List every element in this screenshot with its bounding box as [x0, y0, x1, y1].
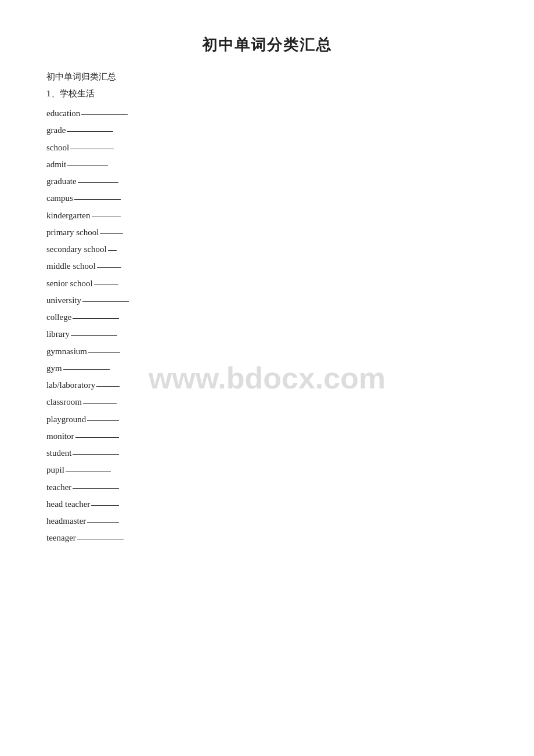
word-blank [67, 131, 113, 132]
word-blank [73, 454, 119, 455]
word-blank [97, 267, 121, 268]
word-text: teenager [46, 530, 76, 546]
word-blank [73, 488, 119, 489]
word-blank [83, 403, 117, 404]
list-item: education [46, 105, 488, 122]
list-item: playground [46, 411, 488, 428]
word-text: education [46, 105, 80, 122]
word-text: student [46, 445, 71, 462]
word-blank [67, 165, 108, 166]
list-item: university [46, 292, 488, 309]
word-text: classroom [46, 394, 82, 411]
word-blank [94, 285, 118, 285]
word-blank [91, 505, 119, 506]
list-item: student [46, 445, 488, 462]
word-blank [70, 149, 114, 149]
word-text: monitor [46, 428, 74, 445]
word-text: campus [46, 190, 73, 207]
word-blank [88, 352, 120, 353]
list-item: lab/laboratory [46, 377, 488, 394]
word-blank [63, 369, 110, 370]
word-blank [77, 539, 124, 539]
list-item: school [46, 139, 488, 156]
word-text: gymnasium [46, 343, 87, 360]
word-text: gym [46, 360, 62, 377]
list-item: secondary school [46, 241, 488, 258]
list-item: library [46, 326, 488, 343]
word-blank [100, 233, 123, 234]
word-text: grade [46, 122, 66, 139]
list-item: grade [46, 122, 488, 139]
word-text: admit [46, 156, 66, 173]
word-blank [82, 301, 129, 302]
word-text: graduate [46, 173, 77, 190]
list-item: head teacher [46, 496, 488, 513]
word-blank [92, 217, 121, 217]
list-item: graduate [46, 173, 488, 190]
word-text: senior school [46, 275, 93, 292]
list-item: senior school [46, 275, 488, 292]
word-text: lab/laboratory [46, 377, 95, 394]
list-item: classroom [46, 394, 488, 411]
word-blank [87, 420, 119, 421]
list-item: teacher [46, 479, 488, 496]
word-text: middle school [46, 258, 96, 275]
word-list: educationgradeschooladmitgraduatecampusk… [46, 105, 488, 547]
word-text: headmaster [46, 513, 86, 530]
word-text: playground [46, 411, 86, 428]
word-text: library [46, 326, 70, 343]
word-text: school [46, 139, 69, 156]
page-title: 初中单词分类汇总 [46, 35, 488, 55]
word-blank [71, 335, 117, 336]
list-item: college [46, 309, 488, 326]
list-item: kindergarten [46, 207, 488, 224]
subtitle: 初中单词归类汇总 [46, 71, 488, 82]
list-item: admit [46, 156, 488, 173]
list-item: teenager [46, 530, 488, 546]
word-blank [96, 386, 120, 387]
list-item: gym [46, 360, 488, 377]
word-text: head teacher [46, 496, 90, 513]
list-item: monitor [46, 428, 488, 445]
word-text: secondary school [46, 241, 107, 258]
section-header: 1、学校生活 [46, 88, 488, 99]
word-text: university [46, 292, 81, 309]
list-item: campus [46, 190, 488, 207]
list-item: gymnasium [46, 343, 488, 360]
list-item: pupil [46, 462, 488, 478]
word-blank [108, 250, 117, 251]
word-blank [73, 318, 119, 319]
list-item: primary school [46, 224, 488, 241]
word-text: teacher [46, 479, 71, 496]
word-blank [78, 182, 118, 183]
word-blank [81, 114, 128, 115]
word-blank [74, 199, 121, 200]
word-blank [87, 522, 119, 523]
word-text: college [46, 309, 71, 326]
word-blank [66, 471, 111, 471]
word-blank [75, 437, 119, 438]
list-item: middle school [46, 258, 488, 275]
word-text: primary school [46, 224, 99, 241]
word-text: pupil [46, 462, 64, 478]
word-text: kindergarten [46, 207, 91, 224]
list-item: headmaster [46, 513, 488, 530]
